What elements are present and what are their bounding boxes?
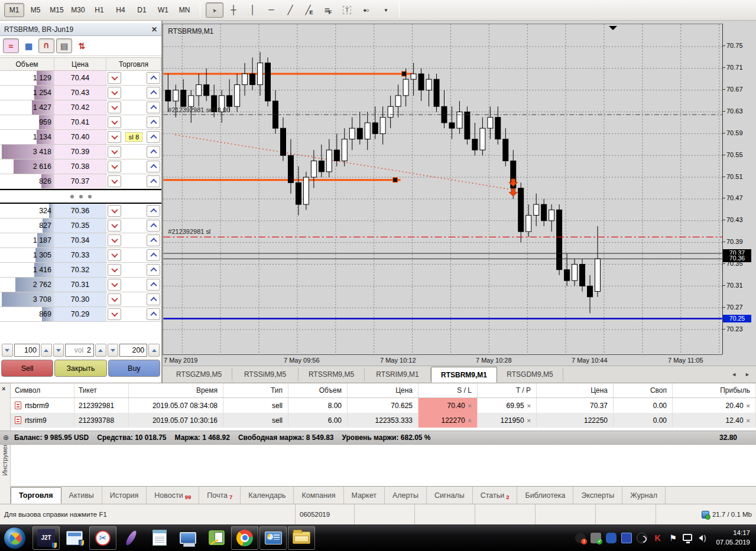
price-cell[interactable]: 70.29 bbox=[54, 307, 106, 321]
price-cell[interactable]: 70.40 bbox=[54, 130, 106, 144]
price-cell[interactable]: 70.37 bbox=[54, 174, 106, 188]
tab-scroll-left-icon[interactable]: ◄ bbox=[731, 371, 736, 377]
toolbox-tab-активы[interactable]: Активы bbox=[61, 487, 102, 504]
toolbox-tab-торговля[interactable]: Торговля bbox=[11, 487, 61, 504]
sell-button[interactable]: Sell bbox=[1, 360, 53, 377]
taskbar-clock[interactable]: 14:17 07.05.2019 bbox=[712, 529, 756, 547]
toolbox-tab-компания[interactable]: Компания bbox=[294, 487, 343, 504]
tick-chart-icon[interactable]: ⇅ bbox=[74, 38, 90, 53]
position-row-rtsrim9[interactable]: rtsrim92123937882019.05.07 10:30:16sell6… bbox=[11, 413, 756, 428]
buy-at-price-button[interactable] bbox=[147, 264, 160, 276]
sell-at-price-button[interactable] bbox=[108, 161, 121, 172]
chart-tab-rtsgdm9-m5[interactable]: RTSGDM9,M5 bbox=[497, 368, 563, 381]
timeframe-m5[interactable]: M5 bbox=[25, 3, 46, 17]
toolbox-tab-почта[interactable]: Почта7 bbox=[199, 487, 241, 504]
sell-at-price-button[interactable] bbox=[108, 220, 121, 232]
j2t-terminal-icon[interactable]: J2T bbox=[33, 526, 60, 550]
remove-tp-icon[interactable]: × bbox=[527, 417, 531, 424]
buy-at-price-button[interactable] bbox=[147, 249, 160, 261]
lot-step-down-button[interactable] bbox=[108, 344, 119, 357]
text-tool-icon[interactable]: T bbox=[338, 2, 356, 18]
price-cell[interactable]: 70.34 bbox=[54, 233, 106, 247]
kaspersky-icon[interactable]: K bbox=[652, 533, 663, 543]
phone-alert-icon[interactable]: ! bbox=[575, 533, 586, 543]
sell-at-price-button[interactable] bbox=[108, 294, 121, 305]
buy-at-price-button[interactable] bbox=[147, 161, 160, 172]
time-axis[interactable]: 7 May 20197 May 09:567 May 10:127 May 10… bbox=[163, 354, 722, 366]
positions-column-header[interactable]: S / L bbox=[418, 383, 478, 397]
sell-at-price-button[interactable] bbox=[108, 205, 121, 217]
buy-at-price-button[interactable] bbox=[147, 234, 160, 246]
lot-step-input[interactable]: 200 bbox=[119, 344, 147, 357]
sell-at-price-button[interactable] bbox=[108, 72, 121, 84]
close-position-icon[interactable]: × bbox=[747, 417, 750, 424]
buy-at-price-button[interactable] bbox=[147, 131, 160, 143]
tools-dropdown-icon[interactable]: ▼ bbox=[376, 2, 394, 18]
price-cell[interactable]: 70.44 bbox=[54, 71, 106, 85]
volume-input[interactable]: vol2 bbox=[65, 344, 94, 357]
security-hex-icon[interactable] bbox=[606, 533, 617, 543]
buy-at-price-button[interactable] bbox=[147, 87, 160, 99]
column-volume[interactable]: Объем bbox=[0, 58, 54, 70]
price-cell[interactable]: 70.32 bbox=[54, 263, 106, 277]
app-card-icon[interactable] bbox=[621, 533, 632, 543]
notepad-plus-plus-icon[interactable] bbox=[203, 526, 230, 550]
toolbox-tab-новости[interactable]: Новости99 bbox=[147, 487, 199, 504]
chart-tab-rtssim9-m5[interactable]: RTSSiM9,M5 bbox=[232, 368, 298, 381]
chart-tab-rtsbrm9-m1[interactable]: RTSBRM9,M1 bbox=[431, 367, 497, 383]
close-icon[interactable]: × bbox=[2, 385, 5, 392]
toolbox-tab-история[interactable]: История bbox=[102, 487, 147, 504]
toolbox-tab-статьи[interactable]: Статьи2 bbox=[473, 487, 518, 504]
close-button[interactable]: Закрыть bbox=[54, 360, 106, 377]
timeframe-w1[interactable]: W1 bbox=[153, 3, 173, 17]
positions-column-header[interactable]: T / P bbox=[478, 383, 537, 397]
timeframe-m1[interactable]: M1 bbox=[4, 3, 24, 17]
volume-down-button[interactable] bbox=[53, 344, 64, 357]
price-cell[interactable]: 70.33 bbox=[54, 248, 106, 262]
buy-at-price-button[interactable] bbox=[147, 72, 160, 84]
positions-column-header[interactable]: Тикет bbox=[74, 383, 129, 397]
sell-at-price-button[interactable] bbox=[108, 146, 121, 158]
price-step-down-button[interactable] bbox=[2, 344, 13, 357]
buy-at-price-button[interactable] bbox=[147, 175, 160, 187]
positions-column-header[interactable]: Символ bbox=[11, 383, 74, 397]
price-cell[interactable]: 70.42 bbox=[54, 100, 106, 115]
toolbox-tab-сигналы[interactable]: Сигналы bbox=[427, 487, 473, 504]
sell-at-price-button[interactable] bbox=[108, 131, 121, 143]
timeframe-h1[interactable]: H1 bbox=[89, 3, 109, 17]
depth-history-icon[interactable]: ▦ bbox=[21, 38, 37, 53]
snipping-tool-icon[interactable]: ✂ bbox=[89, 526, 116, 550]
feather-pen-icon[interactable] bbox=[118, 526, 145, 550]
chart-tab-rtssrm9-m5[interactable]: RTSSRM9,M5 bbox=[298, 368, 365, 381]
buy-at-price-button[interactable] bbox=[147, 220, 160, 232]
toolbox-tab-календарь[interactable]: Календарь bbox=[241, 487, 294, 504]
expand-icon[interactable]: ⊕ bbox=[3, 433, 9, 442]
toolbox-tab-маркет[interactable]: Маркет bbox=[344, 487, 385, 504]
remote-desktop-icon[interactable] bbox=[174, 526, 202, 550]
trendline-tool-icon[interactable]: ╱ bbox=[281, 2, 299, 18]
chart-tab-rtsgzm9-m5[interactable]: RTSGZM9,M5 bbox=[166, 368, 232, 381]
network-icon[interactable] bbox=[683, 534, 692, 541]
start-button[interactable] bbox=[4, 527, 26, 549]
display-settings-icon[interactable] bbox=[259, 526, 287, 550]
toolbox-tab-библиотека[interactable]: Библиотека bbox=[517, 487, 573, 504]
audio-dish-icon[interactable] bbox=[637, 533, 647, 543]
buy-at-price-button[interactable] bbox=[147, 308, 160, 320]
price-cell[interactable]: 70.31 bbox=[54, 278, 106, 292]
equidistant-channel-tool-icon[interactable]: ╱E bbox=[300, 2, 318, 18]
remove-tp-icon[interactable]: × bbox=[527, 402, 531, 409]
timeframe-d1[interactable]: D1 bbox=[132, 3, 152, 17]
positions-column-header[interactable]: Тип bbox=[223, 383, 288, 397]
positions-column-header[interactable]: Цена bbox=[537, 383, 614, 397]
column-trade[interactable]: Торговля bbox=[106, 58, 161, 70]
price-cell[interactable]: 70.39 bbox=[54, 145, 106, 159]
buy-at-price-button[interactable] bbox=[147, 116, 160, 128]
market-depth-icon[interactable]: ▤ bbox=[56, 38, 72, 53]
positions-column-header[interactable]: Прибыль bbox=[673, 383, 756, 397]
tab-scroll-right-icon[interactable]: ► bbox=[745, 371, 750, 377]
toolbox-tab-алерты[interactable]: Алерты bbox=[385, 487, 427, 504]
timeframe-m30[interactable]: M30 bbox=[68, 3, 88, 17]
terminal-shield-icon[interactable] bbox=[61, 526, 88, 550]
buy-at-price-button[interactable] bbox=[147, 205, 160, 217]
status-date-field[interactable]: 06052019 bbox=[296, 504, 355, 524]
